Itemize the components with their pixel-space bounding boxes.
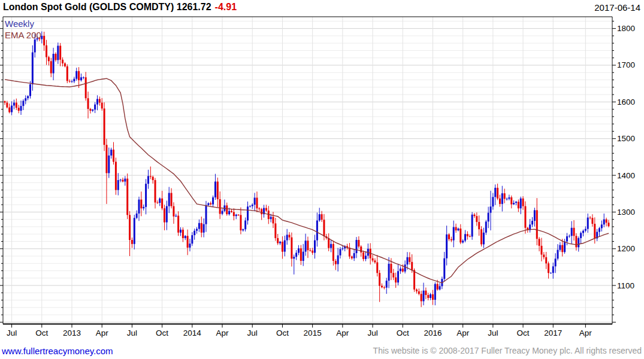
svg-text:2014: 2014	[183, 328, 202, 337]
copyright-text: This website is © 2008-2017 Fuller Treac…	[373, 346, 642, 355]
svg-text:Jul: Jul	[488, 328, 498, 337]
svg-text:Oct: Oct	[156, 328, 168, 337]
svg-text:Apr: Apr	[336, 328, 349, 337]
chart-page: { "header": { "title": "London Spot Gold…	[0, 0, 644, 359]
svg-text:Jul: Jul	[7, 328, 17, 337]
candlestick-chart-canvas: 18001700160015001400130012001100JulOct20…	[0, 0, 644, 359]
svg-text:Apr: Apr	[216, 328, 229, 337]
svg-text:Oct: Oct	[35, 328, 48, 337]
svg-text:Oct: Oct	[276, 328, 289, 337]
page-title: London Spot Gold (GOLDS COMDTY) 1261.72	[3, 2, 211, 12]
svg-text:1100: 1100	[617, 281, 634, 290]
legend-interval-label: Weekly	[5, 18, 41, 29]
svg-text:Apr: Apr	[579, 328, 592, 337]
svg-text:1400: 1400	[617, 171, 635, 180]
svg-text:1500: 1500	[617, 134, 635, 143]
website-link[interactable]: www.fullertreacymoney.com	[2, 346, 113, 356]
svg-text:Oct: Oct	[517, 328, 530, 337]
svg-text:2017: 2017	[544, 328, 562, 337]
svg-text:Apr: Apr	[96, 328, 109, 337]
svg-text:2013: 2013	[63, 328, 81, 337]
chart-date: 2017-06-14	[594, 2, 640, 13]
svg-text:Jul: Jul	[127, 328, 137, 337]
price-change: -4.91	[215, 2, 237, 12]
legend-ema-label: EMA 200	[5, 29, 41, 41]
svg-text:Jul: Jul	[367, 328, 377, 337]
svg-text:Jul: Jul	[247, 328, 258, 337]
title-row: London Spot Gold (GOLDS COMDTY) 1261.72-…	[3, 2, 237, 13]
svg-text:Apr: Apr	[456, 328, 470, 337]
svg-text:1700: 1700	[617, 60, 635, 69]
svg-text:1600: 1600	[617, 98, 635, 107]
svg-text:1200: 1200	[617, 244, 635, 253]
svg-text:2015: 2015	[304, 328, 322, 337]
svg-text:1800: 1800	[617, 24, 635, 33]
svg-text:Oct: Oct	[397, 328, 409, 337]
svg-text:2016: 2016	[424, 328, 442, 337]
svg-text:1300: 1300	[617, 208, 635, 217]
chart-legend: Weekly EMA 200	[5, 18, 41, 41]
